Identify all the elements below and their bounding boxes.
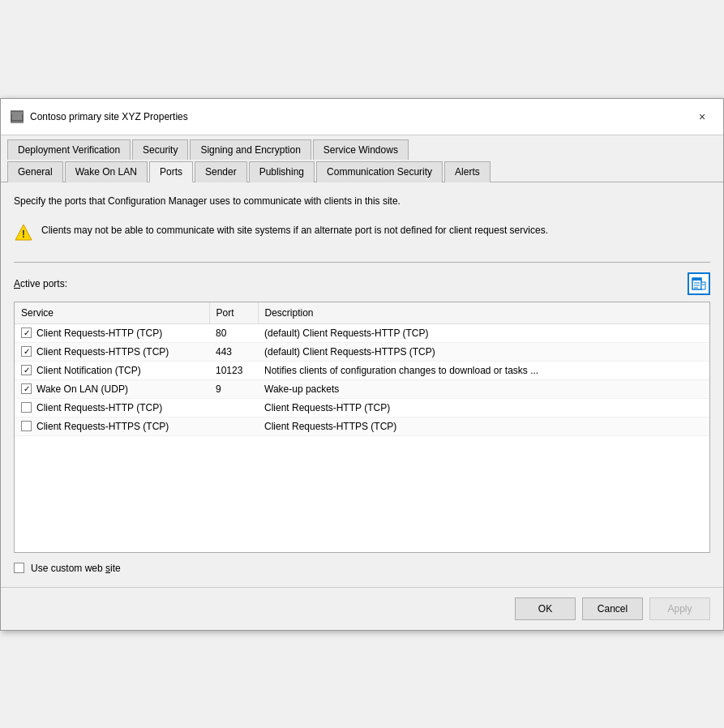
col-header-port: Port — [209, 302, 258, 324]
port-value: 80 — [209, 323, 258, 342]
tab-communication-security[interactable]: Communication Security — [316, 161, 443, 182]
window-title: Contoso primary site XYZ Properties — [30, 111, 188, 122]
ports-table-container: Service Port Description Client Requests… — [14, 302, 710, 553]
properties-window: Contoso primary site XYZ Properties × De… — [0, 98, 724, 631]
description-value: Client Requests-HTTPS (TCP) — [258, 417, 709, 435]
description-value: (default) Client Requests-HTTPS (TCP) — [258, 342, 709, 361]
tab-ports[interactable]: Ports — [149, 161, 193, 182]
svg-rect-5 — [692, 278, 701, 280]
title-bar-left: Contoso primary site XYZ Properties — [11, 110, 188, 123]
active-ports-label: Active ports: — [14, 278, 67, 289]
svg-text:!: ! — [22, 228, 25, 240]
service-name: Client Requests-HTTP (TCP) — [36, 402, 162, 413]
apply-button[interactable]: Apply — [649, 597, 710, 620]
port-value — [209, 398, 258, 417]
custom-website-label: Use custom web site — [31, 563, 121, 574]
tab-service-windows[interactable]: Service Windows — [313, 139, 409, 160]
tabs-container: Deployment Verification Security Signing… — [1, 135, 723, 182]
service-name: Client Requests-HTTPS (TCP) — [36, 421, 169, 432]
tab-sender[interactable]: Sender — [195, 161, 247, 182]
cancel-button[interactable]: Cancel — [582, 597, 643, 620]
ports-table: Service Port Description Client Requests… — [15, 302, 709, 436]
description-value: Wake-up packets — [258, 379, 709, 398]
table-row[interactable]: Client Requests-HTTP (TCP)Client Request… — [15, 398, 709, 417]
service-name: Client Requests-HTTP (TCP) — [36, 328, 162, 339]
service-name: Client Requests-HTTPS (TCP) — [36, 346, 169, 358]
content-area: Specify the ports that Configuration Man… — [1, 182, 723, 587]
divider — [14, 262, 710, 263]
tab-wake-on-lan[interactable]: Wake On LAN — [65, 161, 148, 182]
warning-text: Clients may not be able to communicate w… — [41, 223, 548, 238]
port-value: 10123 — [209, 361, 258, 379]
warning-box: ! Clients may not be able to communicate… — [14, 216, 710, 249]
col-header-service: Service — [15, 302, 209, 324]
tabs-row1: Deployment Verification Security Signing… — [7, 139, 717, 159]
table-row[interactable]: Client Notification (TCP)10123Notifies c… — [15, 361, 709, 379]
table-row[interactable]: Client Requests-HTTPS (TCP)Client Reques… — [15, 417, 709, 435]
row-checkbox[interactable] — [21, 328, 32, 338]
service-name: Wake On LAN (UDP) — [36, 383, 128, 395]
table-row[interactable]: Client Requests-HTTP (TCP)80(default) Cl… — [15, 323, 709, 342]
tab-alerts[interactable]: Alerts — [444, 161, 491, 182]
edit-ports-button[interactable] — [688, 272, 710, 295]
service-name: Client Notification (TCP) — [36, 365, 141, 376]
port-value: 443 — [209, 342, 258, 361]
row-checkbox[interactable] — [21, 421, 32, 431]
port-value — [209, 417, 258, 435]
tab-general[interactable]: General — [7, 161, 63, 182]
col-header-description: Description — [258, 302, 709, 324]
description-text: Specify the ports that Configuration Man… — [14, 195, 710, 207]
svg-rect-1 — [11, 112, 23, 114]
svg-rect-9 — [701, 282, 705, 289]
tab-signing-encryption[interactable]: Signing and Encryption — [190, 139, 311, 160]
footer: OK Cancel Apply — [1, 587, 723, 630]
window-icon — [11, 110, 24, 123]
table-row[interactable]: Wake On LAN (UDP)9Wake-up packets — [15, 379, 709, 398]
row-checkbox[interactable] — [21, 346, 32, 357]
description-value: (default) Client Requests-HTTP (TCP) — [258, 323, 709, 342]
tab-publishing[interactable]: Publishing — [249, 161, 315, 182]
row-checkbox[interactable] — [21, 383, 32, 394]
description-value: Client Requests-HTTP (TCP) — [258, 398, 709, 417]
description-value: Notifies clients of configuration change… — [258, 361, 709, 379]
title-bar: Contoso primary site XYZ Properties × — [1, 99, 723, 135]
table-row[interactable]: Client Requests-HTTPS (TCP)443(default) … — [15, 342, 709, 361]
warning-icon: ! — [14, 223, 33, 242]
tabs-row2: General Wake On LAN Ports Sender Publish… — [7, 161, 717, 182]
ok-button[interactable]: OK — [515, 597, 576, 620]
tab-deployment-verification[interactable]: Deployment Verification — [7, 139, 131, 160]
edit-icon — [691, 276, 707, 292]
port-value: 9 — [209, 379, 258, 398]
row-checkbox[interactable] — [21, 365, 32, 375]
row-checkbox[interactable] — [21, 402, 32, 413]
tab-security[interactable]: Security — [132, 139, 188, 160]
custom-website-row: Use custom web site — [14, 563, 710, 574]
active-ports-header: Active ports: — [14, 272, 710, 295]
close-button[interactable]: × — [691, 105, 713, 128]
custom-website-checkbox[interactable] — [14, 563, 24, 573]
